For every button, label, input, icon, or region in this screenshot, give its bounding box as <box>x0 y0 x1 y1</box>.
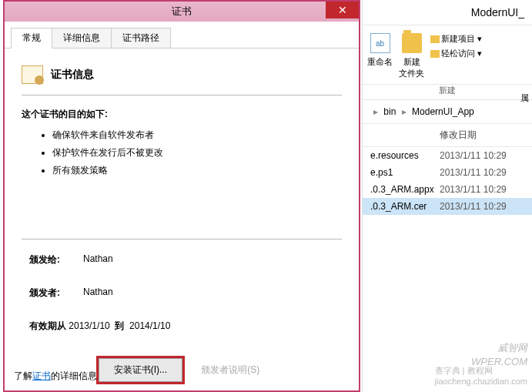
new-item-menu[interactable]: 新建项目 ▾ <box>430 33 482 45</box>
col-date[interactable]: 修改日期 <box>440 129 524 142</box>
valid-from-label: 有效期从 <box>29 320 66 331</box>
purpose-item: 保护软件在发行后不被更改 <box>52 146 342 159</box>
explorer-window: ModernUI_ ab 重命名 新建 文件夹 新建项目 ▾ 轻松访问 ▾ 新建… <box>362 0 532 392</box>
purpose-heading: 这个证书的目的如下: <box>22 108 342 121</box>
file-name: .0.3_ARM.appx <box>370 184 440 195</box>
newfolder-label: 新建 文件夹 <box>399 56 424 79</box>
file-date: 2013/1/11 10:29 <box>440 167 524 178</box>
ribbon-newfolder-group[interactable]: 新建 文件夹 <box>399 33 424 79</box>
issued-to-value: Nathan <box>83 253 113 266</box>
valid-to-value: 2014/1/10 <box>129 320 170 331</box>
titlebar[interactable]: 证书 ✕ <box>5 2 359 22</box>
file-date: 2013/1/11 10:29 <box>440 201 524 212</box>
mini-folder-icon <box>430 35 440 43</box>
install-cert-button[interactable]: 安装证书(I)... <box>96 356 185 384</box>
col-name[interactable] <box>370 129 440 142</box>
breadcrumb[interactable]: ▸ bin ▸ ModernUI_App <box>363 100 532 124</box>
issued-by-row: 颁发者: Nathan <box>22 286 342 300</box>
tab-general[interactable]: 常规 <box>11 28 52 49</box>
purpose-list: 确保软件来自软件发布者 保护软件在发行后不被更改 所有颁发策略 <box>22 129 342 177</box>
ribbon-group-caption: 新建 <box>363 85 532 100</box>
file-row[interactable]: .0.3_ARM.appx 2013/1/11 10:29 <box>363 181 532 198</box>
cert-info-header: 证书信息 <box>22 62 342 95</box>
file-row[interactable]: .0.3_ARM.cer 2013/1/11 10:29 <box>363 198 532 215</box>
file-name: .0.3_ARM.cer <box>370 201 440 212</box>
explorer-title: ModernUI_ <box>363 0 532 25</box>
file-row[interactable]: e.ps1 2013/1/11 10:29 <box>363 164 532 181</box>
close-icon: ✕ <box>338 4 347 16</box>
issued-by-label: 颁发者: <box>29 286 83 300</box>
ribbon-rename-group[interactable]: ab 重命名 <box>367 33 393 68</box>
issuer-statement-button[interactable]: 颁发者说明(S) <box>201 364 259 377</box>
ribbon: ab 重命名 新建 文件夹 新建项目 ▾ 轻松访问 ▾ <box>363 25 532 85</box>
rename-label: 重命名 <box>367 56 393 68</box>
issued-to-row: 颁发给: Nathan <box>22 253 342 266</box>
mini-folder-icon <box>430 50 440 58</box>
folder-icon <box>402 33 422 53</box>
file-name: e.resources <box>370 150 440 161</box>
purpose-item: 确保软件来自软件发布者 <box>52 129 342 142</box>
file-date: 2013/1/11 10:29 <box>440 184 524 195</box>
file-list-header: 修改日期 <box>363 124 532 147</box>
tab-content: 证书信息 这个证书的目的如下: 确保软件来自软件发布者 保护软件在发行后不被更改… <box>5 49 359 392</box>
valid-to-label: 到 <box>115 320 124 331</box>
learn-more: 了解证书的详细信息 <box>14 370 97 383</box>
breadcrumb-item[interactable]: ModernUI_App <box>412 106 474 117</box>
tab-details[interactable]: 详细信息 <box>52 28 112 48</box>
file-row[interactable]: e.resources 2013/1/11 10:29 <box>363 147 532 164</box>
issued-to-label: 颁发给: <box>29 253 83 266</box>
close-button[interactable]: ✕ <box>326 2 359 18</box>
breadcrumb-sep-icon: ▸ <box>373 106 378 117</box>
validity-row: 有效期从 2013/1/10 到 2014/1/10 <box>22 320 342 333</box>
purpose-item: 所有颁发策略 <box>52 164 342 177</box>
issued-by-value: Nathan <box>83 286 113 300</box>
breadcrumb-sep-icon: ▸ <box>402 106 407 117</box>
file-name: e.ps1 <box>370 167 440 178</box>
file-date: 2013/1/11 10:29 <box>440 150 524 161</box>
certificate-dialog: 证书 ✕ 常规 详细信息 证书路径 证书信息 这个证书的目的如下: 确保软件来自… <box>3 0 360 392</box>
certificate-icon <box>22 65 43 84</box>
watermark-secondary: 查字典 | 教程网 jiaocheng.chazidian.com <box>435 365 527 386</box>
divider <box>22 239 342 240</box>
cert-help-link[interactable]: 证书 <box>32 370 51 381</box>
easy-access-menu[interactable]: 轻松访问 ▾ <box>430 48 482 59</box>
dialog-title: 证书 <box>172 5 192 18</box>
ribbon-menu: 新建项目 ▾ 轻松访问 ▾ <box>430 33 482 62</box>
breadcrumb-item[interactable]: bin <box>383 106 396 117</box>
tabs: 常规 详细信息 证书路径 <box>5 25 359 49</box>
valid-from-value: 2013/1/10 <box>69 320 109 331</box>
rename-icon: ab <box>370 33 390 53</box>
ribbon-prop-partial: 属 <box>520 92 529 104</box>
cert-info-title: 证书信息 <box>51 68 94 82</box>
tab-path[interactable]: 证书路径 <box>111 28 171 48</box>
